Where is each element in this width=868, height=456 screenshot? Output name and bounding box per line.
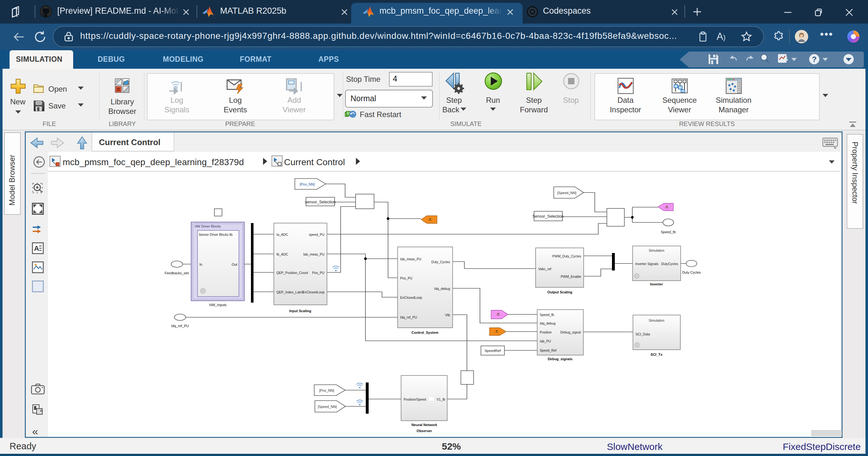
svg-text:Inverter Signals: Inverter Signals (635, 262, 658, 266)
svg-text:Out: Out (231, 263, 237, 266)
svg-text:EnClosedLoop: EnClosedLoop (303, 290, 324, 294)
svg-text:HW_Inputs: HW_Inputs (209, 303, 227, 307)
svg-text:QEP_Index_Latch: QEP_Index_Latch (276, 290, 304, 294)
svg-text:Position: Position (540, 330, 552, 334)
svg-text:Ia_ADC: Ia_ADC (276, 233, 288, 237)
svg-text:Duty Cycles: Duty Cycles (682, 271, 701, 274)
svg-text:Input Scaling: Input Scaling (289, 309, 311, 313)
svg-text:[Pos_NN]: [Pos_NN] (319, 389, 334, 392)
svg-text:EnClosedLoop: EnClosedLoop (400, 296, 422, 299)
svg-text:Sensor_Selection: Sensor_Selection (532, 214, 564, 219)
svg-text:Duty_Cycles: Duty_Cycles (431, 260, 450, 264)
svg-text:Inverter: Inverter (650, 282, 663, 286)
svg-text:Feedbacks_sim: Feedbacks_sim (164, 271, 189, 275)
svg-text:-T-: -T- (428, 218, 432, 221)
svg-text:Idq_debug: Idq_debug (434, 287, 450, 291)
svg-text:Ib_ADC: Ib_ADC (276, 252, 288, 256)
svg-text:sensor_Selection: sensor_Selection (305, 200, 336, 204)
svg-text:SpeedRef: SpeedRef (485, 349, 501, 353)
svg-text:V1_fb: V1_fb (437, 397, 445, 401)
svg-text:Idq_debug: Idq_debug (540, 322, 556, 325)
svg-text:Sensor Driver Blocks lib: Sensor Driver Blocks lib (199, 233, 233, 237)
svg-text:Iab_meas_PU: Iab_meas_PU (400, 257, 422, 261)
svg-text:Pos_PU: Pos_PU (312, 271, 324, 275)
svg-text:PWM_Duty_Cycles: PWM_Duty_Cycles (553, 254, 581, 258)
svg-text:DutyCycles: DutyCycles (661, 262, 678, 266)
svg-text:Idq_ref_PU: Idq_ref_PU (171, 324, 189, 328)
svg-text:Speed_fb: Speed_fb (540, 313, 554, 316)
svg-text:PWM_Enable: PWM_Enable (561, 275, 581, 278)
svg-text:In: In (199, 263, 202, 266)
svg-text:Debug_signals: Debug_signals (548, 357, 572, 361)
svg-text:Observer: Observer (417, 429, 432, 433)
svg-text:-T-: -T- (496, 313, 500, 316)
svg-text:Output Scaling: Output Scaling (548, 290, 572, 294)
svg-text:Iab_meas_PU: Iab_meas_PU (303, 252, 324, 256)
svg-text:-T-: -T- (665, 206, 669, 209)
svg-text:Vabc_ref: Vabc_ref (538, 267, 551, 271)
svg-text:Pos_PU: Pos_PU (400, 276, 412, 280)
svg-text:-T-: -T- (495, 330, 498, 333)
svg-text:Neural Network: Neural Network (411, 423, 438, 427)
svg-text:HW Driver Blocks: HW Driver Blocks (195, 224, 221, 228)
svg-text:QEP_Position_Count: QEP_Position_Count (276, 271, 308, 275)
svg-text:Simulation: Simulation (649, 318, 664, 322)
svg-text:Position/Speed: Position/Speed (404, 397, 426, 401)
svg-text:Speed_fb: Speed_fb (661, 230, 676, 234)
svg-text:Vfb: Vfb (445, 313, 450, 317)
svg-text:Debug_signal: Debug_signal (560, 330, 581, 334)
svg-text:SCI_Tx: SCI_Tx (650, 353, 662, 356)
svg-text:speed_PU: speed_PU (309, 233, 324, 237)
svg-text:[Pos_NN]: [Pos_NN] (300, 182, 315, 186)
svg-text:Control_System: Control_System (411, 331, 439, 334)
svg-text:Speed_Ref: Speed_Ref (540, 348, 557, 352)
svg-text:[Speed_NN]: [Speed_NN] (318, 405, 337, 408)
svg-text:Simulation: Simulation (649, 248, 664, 252)
svg-text:[Speed_NN]: [Speed_NN] (557, 191, 576, 195)
svg-text:SCI_Data: SCI_Data (636, 332, 650, 336)
svg-text:Idq_ref_PU: Idq_ref_PU (400, 315, 417, 319)
svg-text:Iab_PU: Iab_PU (540, 339, 551, 343)
